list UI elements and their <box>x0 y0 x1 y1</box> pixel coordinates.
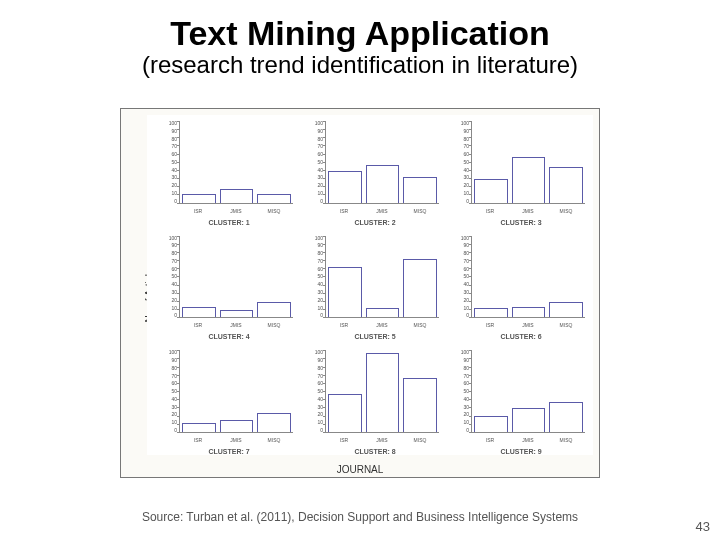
y-tick-labels: 1009080706050403020100 <box>161 236 177 319</box>
bar <box>182 423 216 432</box>
chart-area <box>179 350 293 433</box>
bar <box>220 189 254 203</box>
panel-title: CLUSTER: 3 <box>453 219 589 226</box>
y-tick-labels: 1009080706050403020100 <box>307 236 323 319</box>
x-tick-labels: ISRJMISMISQ <box>179 437 293 443</box>
chart-panel: 1009080706050403020100ISRJMISMISQCLUSTER… <box>307 344 443 455</box>
bar-group <box>472 350 585 432</box>
y-tick-labels: 1009080706050403020100 <box>307 350 323 433</box>
x-tick-labels: ISRJMISMISQ <box>179 322 293 328</box>
bar-group <box>180 350 293 432</box>
chart-panel: 1009080706050403020100ISRJMISMISQCLUSTER… <box>161 115 297 226</box>
chart-area <box>325 236 439 319</box>
panel-title: CLUSTER: 7 <box>161 448 297 455</box>
page-number: 43 <box>696 519 710 534</box>
chart-area <box>325 121 439 204</box>
page-subtitle: (research trend identification in litera… <box>0 51 720 79</box>
bar <box>549 167 583 202</box>
bar <box>474 416 508 432</box>
x-tick-labels: ISRJMISMISQ <box>325 208 439 214</box>
bar-group <box>180 236 293 318</box>
bar-group <box>472 121 585 203</box>
chart-panel: 1009080706050403020100ISRJMISMISQCLUSTER… <box>453 230 589 341</box>
bar-group <box>180 121 293 203</box>
chart-panel: 1009080706050403020100ISRJMISMISQCLUSTER… <box>453 344 589 455</box>
bar <box>182 194 216 203</box>
chart-panel: 1009080706050403020100ISRJMISMISQCLUSTER… <box>161 344 297 455</box>
panel-title: CLUSTER: 2 <box>307 219 443 226</box>
bar <box>549 402 583 432</box>
panel-title: CLUSTER: 6 <box>453 333 589 340</box>
bar <box>474 308 508 317</box>
bar <box>257 194 291 203</box>
bar <box>474 179 508 203</box>
bar <box>366 353 400 432</box>
panel-title: CLUSTER: 1 <box>161 219 297 226</box>
panel-title: CLUSTER: 8 <box>307 448 443 455</box>
bar <box>328 171 362 203</box>
chart-panel: 1009080706050403020100ISRJMISMISQCLUSTER… <box>307 115 443 226</box>
bar <box>220 420 254 432</box>
panel-title: CLUSTER: 4 <box>161 333 297 340</box>
chart-area <box>325 350 439 433</box>
x-tick-labels: ISRJMISMISQ <box>179 208 293 214</box>
bar-group <box>472 236 585 318</box>
x-tick-labels: ISRJMISMISQ <box>325 437 439 443</box>
bar <box>366 165 400 203</box>
bar <box>328 394 362 432</box>
panel-title: CLUSTER: 5 <box>307 333 443 340</box>
panel-title: CLUSTER: 9 <box>453 448 589 455</box>
y-tick-labels: 1009080706050403020100 <box>161 350 177 433</box>
bar <box>403 259 437 317</box>
bar <box>512 408 546 432</box>
bar <box>403 177 437 202</box>
bar <box>328 267 362 317</box>
y-tick-labels: 1009080706050403020100 <box>453 350 469 433</box>
x-tick-labels: ISRJMISMISQ <box>325 322 439 328</box>
slide: Text Mining Application (research trend … <box>0 0 720 540</box>
bar <box>366 308 400 317</box>
chart-area <box>179 236 293 319</box>
chart-panel-grid: 1009080706050403020100ISRJMISMISQCLUSTER… <box>161 115 589 455</box>
x-tick-labels: ISRJMISMISQ <box>471 208 585 214</box>
chart-area <box>471 236 585 319</box>
chart-panel: 1009080706050403020100ISRJMISMISQCLUSTER… <box>453 115 589 226</box>
chart-panel: 1009080706050403020100ISRJMISMISQCLUSTER… <box>307 230 443 341</box>
bar <box>220 310 254 318</box>
y-tick-labels: 1009080706050403020100 <box>453 236 469 319</box>
chart-panel: 1009080706050403020100ISRJMISMISQCLUSTER… <box>161 230 297 341</box>
y-tick-labels: 1009080706050403020100 <box>453 121 469 204</box>
bar <box>512 307 546 318</box>
x-tick-labels: ISRJMISMISQ <box>471 322 585 328</box>
y-tick-labels: 1009080706050403020100 <box>161 121 177 204</box>
page-title: Text Mining Application <box>0 0 720 53</box>
bar <box>257 413 291 432</box>
bar <box>403 378 437 432</box>
chart-area <box>471 121 585 204</box>
source-citation: Source: Turban et al. (2011), Decision S… <box>0 510 720 524</box>
bar-group <box>326 121 439 203</box>
chart-area <box>471 350 585 433</box>
bar <box>512 157 546 203</box>
bar <box>549 302 583 318</box>
chart-figure: No of Articles JOURNAL 10090807060504030… <box>120 108 600 478</box>
x-tick-labels: ISRJMISMISQ <box>471 437 585 443</box>
bar <box>257 302 291 318</box>
y-tick-labels: 1009080706050403020100 <box>307 121 323 204</box>
bar-group <box>326 236 439 318</box>
bar-group <box>326 350 439 432</box>
bar <box>182 307 216 318</box>
x-axis-label: JOURNAL <box>121 464 599 475</box>
chart-area <box>179 121 293 204</box>
